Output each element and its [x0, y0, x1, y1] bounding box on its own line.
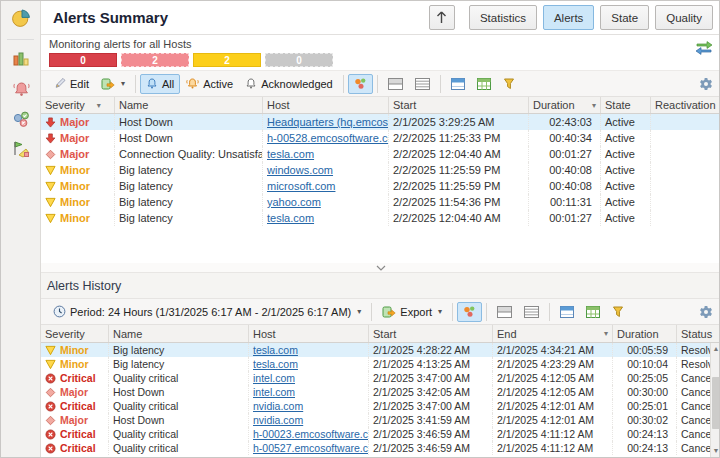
sidebar-item-alerts[interactable]	[1, 74, 41, 104]
history-color-severity-toggle[interactable]	[457, 302, 482, 322]
history-row[interactable]: MinorBig latencytesla.com2/1/2025 4:13:2…	[41, 357, 720, 371]
column-header-duration[interactable]: Duration▾	[529, 97, 601, 113]
row-compact-view-button[interactable]	[382, 74, 409, 94]
panel-splitter[interactable]	[41, 263, 720, 273]
summary-settings-button[interactable]	[699, 77, 713, 91]
host-link[interactable]: windows.com	[267, 164, 333, 176]
alert-row[interactable]: MajorHost DownHeadquarters (hq.emcosoftw…	[41, 114, 720, 130]
severity-cell: Critical	[41, 399, 109, 413]
column-header-start[interactable]: Start	[369, 325, 493, 342]
alert-row[interactable]: MinorBig latencymicrosoft.com2/2/2025 11…	[41, 178, 720, 194]
column-header-name[interactable]: Name	[109, 325, 249, 342]
host-link[interactable]: h-00023.emcosoftware.com	[253, 428, 369, 440]
table-cell: 00:30:02	[613, 413, 677, 427]
host-link[interactable]: microsoft.com	[267, 180, 335, 192]
severity-minor-icon	[45, 213, 56, 224]
host-link[interactable]: h-00528.emcosoftware.com	[267, 132, 389, 144]
summary-empty-area	[41, 226, 720, 263]
color-severity-toggle[interactable]	[348, 74, 373, 94]
history-row[interactable]: CriticalQuality criticalh-00527.emcosoft…	[41, 441, 720, 455]
filter-acknowledged-button[interactable]: Acknowledged	[239, 74, 339, 94]
history-group-panel-button[interactable]	[554, 302, 580, 322]
table-cell: 00:25:01	[613, 399, 677, 413]
scroll-down-icon[interactable]: ▼	[711, 445, 720, 457]
host-link[interactable]: tesla.com	[267, 212, 314, 224]
tab-state[interactable]: State	[600, 5, 649, 30]
column-header-name[interactable]: Name	[115, 97, 263, 113]
export-dropdown[interactable]: Export ▾	[376, 302, 448, 322]
column-header-host[interactable]: Host	[249, 325, 369, 342]
host-cell: nvidia.com	[249, 399, 369, 413]
edit-button[interactable]: Edit	[47, 74, 95, 94]
history-filter-editor-button[interactable]	[606, 302, 630, 322]
tab-quality[interactable]: Quality	[655, 5, 713, 30]
sidebar-item-statistics[interactable]	[1, 44, 41, 74]
host-link[interactable]: nvidia.com	[253, 414, 303, 426]
history-row-compact-view-button[interactable]	[491, 302, 518, 322]
table-cell: 2/1/2025 3:42:05 AM	[369, 385, 493, 399]
table-cell: 2/1/2025 3:46:59 AM	[369, 441, 493, 455]
history-row[interactable]: CriticalQuality criticalintel.com2/1/202…	[41, 371, 720, 385]
state-circles-icon	[12, 110, 31, 129]
sidebar-item-quality[interactable]	[1, 134, 41, 164]
column-header-severity[interactable]: Severity▾	[41, 97, 115, 113]
column-header-start[interactable]: Start	[389, 97, 529, 113]
column-chooser-button[interactable]	[471, 74, 497, 94]
host-link[interactable]: yahoo.com	[267, 196, 321, 208]
history-row-detail-view-button[interactable]	[518, 302, 545, 322]
table-cell: Host Down	[109, 413, 249, 427]
column-header-state[interactable]: State	[601, 97, 651, 113]
host-link[interactable]: tesla.com	[253, 358, 298, 370]
host-link[interactable]: tesla.com	[253, 344, 298, 356]
host-link[interactable]: Headquarters (hq.emcosoftware.com)	[267, 116, 389, 128]
alert-actions-dropdown[interactable]: ▾	[95, 74, 131, 94]
alert-row[interactable]: MajorConnection Quality: Unsatisfactoryt…	[41, 146, 720, 162]
tab-statistics[interactable]: Statistics	[469, 5, 537, 30]
history-row[interactable]: CriticalQuality criticalnvidia.com2/1/20…	[41, 399, 720, 413]
period-dropdown[interactable]: Period: 24 Hours (1/31/2025 6:17 AM - 2/…	[47, 302, 367, 322]
scrollbar-thumb[interactable]	[712, 377, 720, 429]
severity-minor-icon	[45, 181, 56, 192]
history-row[interactable]: MajorHost Downintel.com2/1/2025 3:42:05 …	[41, 385, 720, 399]
host-link[interactable]: nvidia.com	[253, 400, 303, 412]
host-link[interactable]: h-00527.emcosoftware.com	[253, 442, 369, 454]
sort-arrow-icon: ▾	[604, 329, 608, 338]
alert-row[interactable]: MinorBig latencytesla.com2/2/2025 12:04:…	[41, 210, 720, 226]
history-settings-button[interactable]	[699, 305, 713, 319]
row-detail-view-button[interactable]	[409, 74, 436, 94]
host-link[interactable]: intel.com	[253, 386, 295, 398]
up-button[interactable]	[429, 5, 455, 30]
badge-critical-count: 0	[49, 53, 117, 67]
alert-row[interactable]: MajorHost Downh-00528.emcosoftware.com2/…	[41, 130, 720, 146]
filter-editor-button[interactable]	[497, 74, 521, 94]
sidebar-item-summary[interactable]	[1, 1, 41, 35]
alert-row[interactable]: MinorBig latencywindows.com2/2/2025 11:2…	[41, 162, 720, 178]
tab-alerts[interactable]: Alerts	[543, 5, 594, 30]
history-row[interactable]: MajorHost Downnvidia.com2/1/2025 3:41:59…	[41, 413, 720, 427]
badge-info-count: 0	[265, 53, 333, 67]
group-panel-button[interactable]	[445, 74, 471, 94]
host-link[interactable]: intel.com	[253, 372, 295, 384]
table-grid-icon	[477, 78, 491, 90]
column-header-host[interactable]: Host	[263, 97, 389, 113]
column-header-duration[interactable]: Duration	[613, 325, 677, 342]
table-cell: 02:43:03	[529, 114, 601, 130]
history-column-chooser-button[interactable]	[580, 302, 606, 322]
sidebar-item-state[interactable]	[1, 104, 41, 134]
host-link[interactable]: tesla.com	[267, 148, 314, 160]
chevron-down-icon	[376, 265, 386, 271]
scroll-up-icon[interactable]: ▲	[711, 343, 720, 355]
column-header-end[interactable]: End▾	[493, 325, 613, 342]
history-row[interactable]: CriticalQuality criticalh-00023.emcosoft…	[41, 427, 720, 441]
history-row[interactable]: MinorBig latencytesla.com2/1/2025 4:28:2…	[41, 343, 720, 357]
history-scrollbar[interactable]: ▲ ▼	[710, 343, 720, 457]
column-header-reactivation[interactable]: Reactivation ...	[651, 97, 720, 113]
severity-label: Minor	[60, 196, 90, 208]
table-cell: 00:11:31	[529, 194, 601, 210]
column-header-severity[interactable]: Severity	[41, 325, 109, 342]
column-header-status[interactable]: Status	[677, 325, 720, 342]
filter-all-button[interactable]: All	[140, 74, 180, 94]
swap-panels-button[interactable]	[695, 39, 715, 59]
alert-row[interactable]: MinorBig latencyyahoo.com2/2/2025 11:54:…	[41, 194, 720, 210]
filter-active-button[interactable]: Active	[180, 74, 239, 94]
